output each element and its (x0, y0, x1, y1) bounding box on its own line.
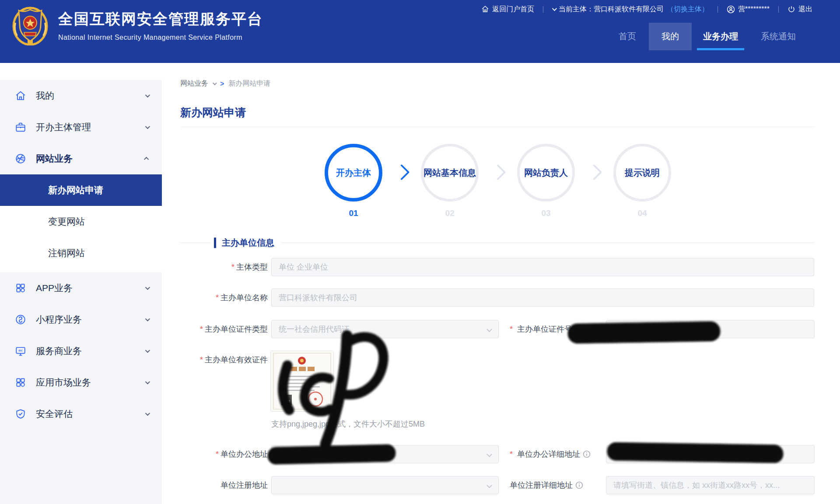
application-window: 返回门户首页 当前主体：营口科派软件有限公司 （切换主体） 营*********… (0, 0, 840, 504)
sidebar-item-label: 服务商业务 (36, 345, 82, 357)
form-row-subject-type: *主体类型 单位 企业单位 (162, 258, 840, 276)
step-2-website-info: 网站基本信息 02 (421, 144, 479, 218)
app-header: 返回门户首页 当前主体：营口科派软件有限公司 （切换主体） 营*********… (0, 0, 840, 63)
required-asterisk: * (200, 355, 203, 364)
topbar: 返回门户首页 当前主体：营口科派软件有限公司 （切换主体） 营*********… (481, 0, 812, 18)
step-circle: 开办主体 (325, 144, 382, 202)
form-row-office-address: *单位办公地址 *单位办公详细地址 (162, 445, 840, 463)
shield-check-icon (15, 408, 26, 420)
sidebar-item-website-business[interactable]: 网站业务 (0, 143, 162, 174)
info-icon[interactable] (575, 481, 583, 489)
step-number: 01 (325, 209, 382, 218)
svg-text:IDC: IDC (18, 349, 23, 352)
required-asterisk: * (510, 445, 513, 463)
brand: 全国互联网安全管理服务平台 National Internet Security… (12, 5, 263, 45)
sidebar-subitem-label: 新办网站申请 (48, 184, 103, 196)
step-number: 04 (613, 209, 671, 218)
breadcrumb-arrow: > (220, 80, 224, 88)
current-entity-text: 当前主体：营口科派软件有限公司 (559, 5, 664, 14)
sidebar-item-label: 我的 (36, 90, 54, 102)
main-nav: 首页 我的 业务办理 系统通知 (606, 23, 807, 50)
chevron-down-icon (145, 93, 150, 97)
sidebar-item-service-provider-business[interactable]: IDC 服务商业务 (0, 335, 162, 367)
cert-no-input[interactable] (606, 320, 815, 338)
tab-notifications[interactable]: 系统通知 (749, 23, 807, 50)
username-text: 营********* (738, 5, 770, 14)
brand-title: 全国互联网安全管理服务平台 (58, 9, 263, 29)
step-number: 03 (517, 209, 575, 218)
sidebar-item-app-business[interactable]: APP业务 (0, 272, 162, 304)
sidebar-subitem-cancel-website[interactable]: 注销网站 (0, 237, 162, 269)
org-name-input[interactable]: 营口科派软件有限公司 (271, 288, 814, 307)
certificate-upload-preview[interactable] (270, 351, 334, 412)
idc-monitor-icon: IDC (15, 345, 26, 357)
section-title-bar (214, 237, 216, 248)
registered-address-detail-input[interactable]: 请填写街道、镇信息，如 xx街道xx路xx号，xx... (606, 476, 815, 494)
tab-mine[interactable]: 我的 (649, 23, 692, 50)
cert-type-select[interactable]: 统一社会信用代码证 (271, 320, 499, 338)
breadcrumb-level1[interactable]: 网站业务 (180, 79, 208, 88)
tab-business[interactable]: 业务办理 (692, 23, 749, 50)
field-label: *主体类型 (162, 258, 268, 276)
sidebar-item-subject-management[interactable]: 开办主体管理 (0, 111, 162, 143)
sidebar-subitem-label: 变更网站 (48, 216, 85, 228)
logout-button[interactable]: 退出 (788, 5, 812, 14)
breadcrumb: 网站业务 > 新办网站申请 (180, 79, 270, 88)
field-label: *主办单位有效证件 (162, 351, 268, 369)
sidebar-item-label: 小程序业务 (36, 313, 82, 326)
sidebar-item-mine[interactable]: 我的 (0, 80, 162, 111)
home-icon (481, 5, 489, 13)
user-menu[interactable]: 营********* (727, 5, 770, 14)
chevron-down-icon (145, 411, 150, 416)
field-label: *主办单位名称 (162, 288, 268, 307)
field-label: *单位办公详细地址 (510, 445, 591, 463)
step-1-subject: 开办主体 01 (325, 144, 382, 218)
sidebar-subitem-new-website-application[interactable]: 新办网站申请 (0, 174, 162, 206)
step-4-instructions: 提示说明 04 (613, 144, 671, 218)
logout-label: 退出 (798, 5, 812, 14)
panel-top-border (180, 127, 814, 127)
office-address-select[interactable] (271, 445, 499, 463)
sidebar-item-label: 网站业务 (36, 153, 73, 165)
step-circle: 提示说明 (613, 144, 671, 202)
form-row-registered-address: 单位注册地址 单位注册详细地址 请填写街道、镇信息，如 xx街道xx路xx号，x… (162, 476, 840, 494)
field-label: 单位注册详细地址 (510, 476, 583, 494)
step-arrow-icon (586, 164, 602, 181)
step-3-website-manager: 网站负责人 03 (517, 144, 575, 218)
switch-entity-link[interactable]: （切换主体） (667, 5, 709, 14)
current-entity[interactable]: 当前主体：营口科派软件有限公司 （切换主体） (552, 5, 709, 14)
step-circle: 网站负责人 (517, 144, 575, 202)
breadcrumb-level2: 新办网站申请 (228, 79, 270, 88)
globe-icon (15, 153, 26, 164)
office-address-detail-input[interactable] (606, 445, 815, 463)
chevron-down-icon (486, 483, 492, 488)
power-icon (788, 5, 795, 13)
subject-type-input[interactable]: 单位 企业单位 (271, 258, 814, 276)
required-asterisk: * (231, 263, 234, 271)
sidebar-item-miniprogram-business[interactable]: 小程序业务 (0, 304, 162, 335)
sidebar-item-label: APP业务 (36, 282, 73, 294)
sidebar-subitem-change-website[interactable]: 变更网站 (0, 206, 162, 237)
step-number: 02 (421, 209, 479, 218)
chevron-down-icon (486, 452, 492, 457)
business-license-image (271, 351, 333, 411)
form-row-certificate: *主办单位证件类型 统一社会信用代码证 *主办单位证件号 (162, 320, 840, 338)
info-icon[interactable] (583, 450, 591, 458)
step-arrow-icon (394, 164, 410, 181)
topbar-divider (718, 6, 718, 13)
step-indicator: 开办主体 01 网站基本信息 02 网站负责人 03 提示说明 04 (325, 144, 675, 227)
topbar-divider (543, 6, 543, 13)
step-circle: 网站基本信息 (421, 144, 479, 202)
back-home-link[interactable]: 返回门户首页 (481, 5, 534, 14)
briefcase-icon (15, 122, 26, 133)
sidebar-item-app-market-business[interactable]: 应用市场业务 (0, 367, 162, 398)
field-label: *主办单位证件类型 (162, 320, 268, 338)
registered-address-select[interactable] (271, 476, 499, 494)
required-asterisk: * (200, 325, 203, 334)
tab-home[interactable]: 首页 (606, 23, 649, 50)
required-asterisk: * (510, 320, 513, 338)
sidebar: 我的 开办主体管理 网站业务 新办网站申请 变更网站 注销网站 (0, 63, 162, 504)
chevron-down-icon (145, 285, 150, 290)
sidebar-item-security-assessment[interactable]: 安全评估 (0, 398, 162, 430)
form-row-org-name: *主办单位名称 营口科派软件有限公司 (162, 288, 840, 307)
